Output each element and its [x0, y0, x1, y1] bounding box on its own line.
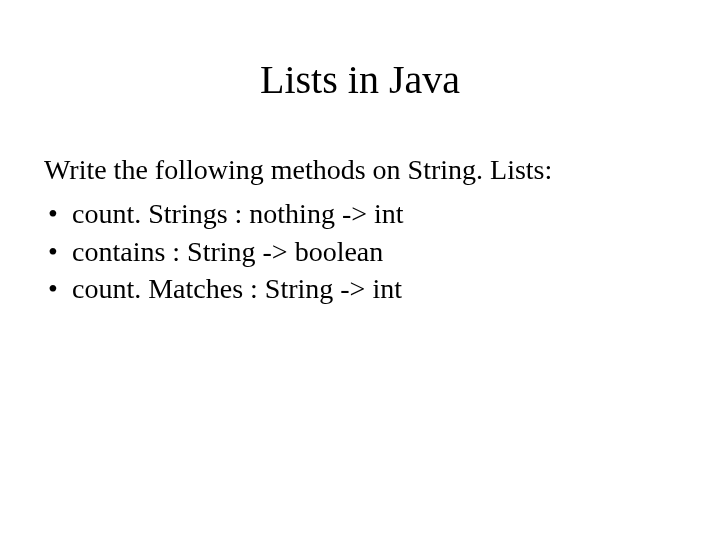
slide-title: Lists in Java [44, 56, 676, 103]
list-item: count. Strings : nothing -> int [44, 195, 676, 233]
bullet-list: count. Strings : nothing -> int contains… [44, 195, 676, 308]
slide: Lists in Java Write the following method… [0, 0, 720, 540]
intro-text: Write the following methods on String. L… [44, 151, 676, 189]
list-item: count. Matches : String -> int [44, 270, 676, 308]
list-item: contains : String -> boolean [44, 233, 676, 271]
